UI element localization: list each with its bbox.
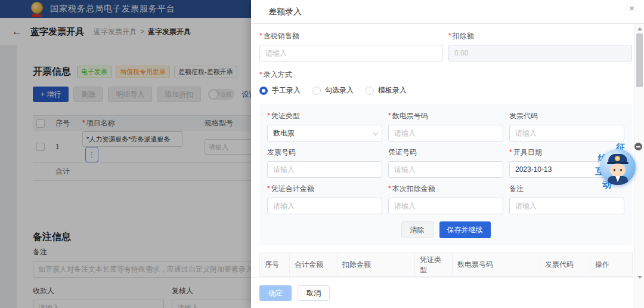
confirm-button[interactable]: 确定 [259,285,292,301]
drawer-footer: 确定 取消 [251,278,634,308]
radio-tick-entry[interactable]: 勾选录入 [312,85,354,96]
clear-button[interactable]: 清除 [401,221,434,238]
drawer-scrollbar[interactable] [634,24,644,308]
modal-mask [0,0,251,308]
mascot-avatar [600,149,636,185]
col-total-amount: 合计金额 [290,253,338,277]
entry-mode-label: *录入方式 [259,70,292,79]
col-voucher-type: 凭证类型 [415,253,453,277]
voucher-no-label: 凭证号码 [388,147,503,158]
collapse-icon[interactable] [634,143,642,150]
voucher-type-label: *凭证类型 [267,111,382,121]
save-and-continue-button[interactable]: 保存并继续 [439,221,491,238]
deduction-label: *扣除额 [448,31,632,41]
scrollbar-thumb[interactable] [636,33,643,87]
current-deduction-input[interactable] [388,198,503,214]
radio-dot-icon [366,87,374,95]
voucher-form-panel: *凭证类型 数电票 *数电票号码 发票代码 [259,104,632,245]
close-icon[interactable]: × [629,4,634,13]
deduction-input [448,45,632,61]
voucher-total-input[interactable] [267,198,382,214]
cancel-button[interactable]: 取消 [298,285,330,301]
invoice-code-input[interactable] [509,125,624,141]
voucher-type-select[interactable]: 数电票 [267,125,382,141]
difference-entry-drawer: 差额录入 × *含税销售额 *扣除额 *录入方式 手工录入 [251,0,644,308]
table-header-row: 序号 合计金额 扣除金额 凭证类型 数电票号码 发票代码 操作 [260,253,633,277]
drawer-header: 差额录入 × [251,0,644,24]
taxed-sales-input[interactable] [259,45,442,61]
voucher-total-label: *凭证合计金额 [267,184,382,194]
col-deduction-amount: 扣除金额 [338,253,415,277]
col-index: 序号 [260,253,290,277]
scroll-up-icon[interactable] [637,27,642,30]
col-digital-invoice-no: 数电票号码 [453,253,540,277]
invoice-no-label: 发票号码 [267,147,382,158]
entry-mode-radio-group: 手工录入 勾选录入 模板录入 [259,85,632,96]
radio-template-entry[interactable]: 模板录入 [366,85,407,96]
col-invoice-code: 发票代码 [540,253,590,277]
drawer-title: 差额录入 [268,7,629,17]
invoice-no-input[interactable] [267,161,382,178]
drawer-body: *含税销售额 *扣除额 *录入方式 手工录入 勾选录 [251,24,644,277]
digital-invoice-no-label: *数电票号码 [388,111,503,121]
radio-manual-entry[interactable]: 手工录入 [259,85,301,96]
voucher-list-table: 序号 合计金额 扣除金额 凭证类型 数电票号码 发票代码 操作 [259,252,633,277]
invoice-code-label: 发票代码 [509,111,624,121]
radio-dot-icon [259,87,268,95]
col-actions: 操作 [590,253,633,277]
digital-invoice-no-input[interactable] [388,125,503,141]
scroll-down-icon[interactable] [637,276,642,279]
voucher-no-input[interactable] [388,161,503,178]
current-deduction-label: *本次扣除金额 [388,184,503,194]
radio-dot-icon [312,87,321,95]
screen: 国家税务总局电子发票服务平台 ← 蓝字发票开具 蓝字发票开具 > 蓝字发票开具 … [0,0,644,308]
taxed-sales-label: *含税销售额 [259,31,442,41]
voucher-remark-input[interactable] [509,198,624,214]
tax-interaction-mascot[interactable]: 征 纳 互 动 [589,140,636,192]
